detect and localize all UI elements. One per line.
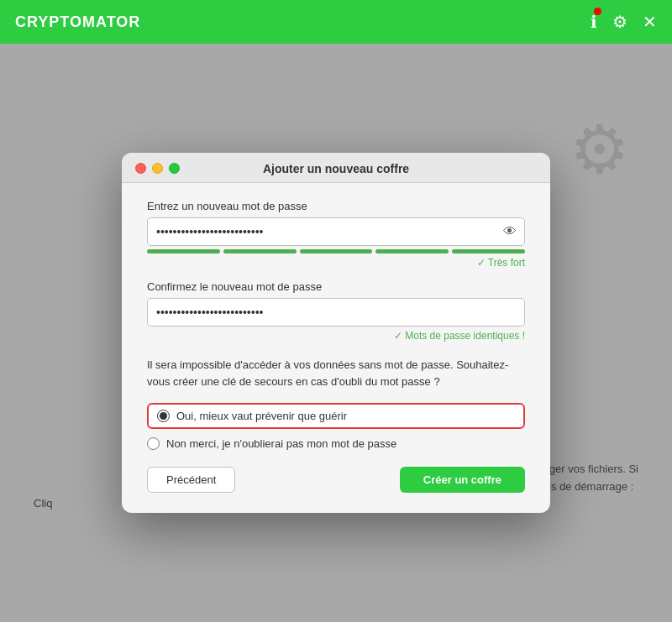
show-password-icon[interactable]: 👁 bbox=[503, 224, 517, 239]
strength-seg-3 bbox=[300, 249, 373, 254]
modal-body: Entrez un nouveau mot de passe 👁 ✓ Très … bbox=[122, 183, 550, 513]
radio-no-input[interactable] bbox=[147, 437, 160, 450]
modal-titlebar: Ajouter un nouveau coffre bbox=[122, 153, 550, 183]
strength-seg-1 bbox=[147, 249, 220, 254]
radio-yes-label: Oui, mieux vaut prévenir que guérir bbox=[176, 410, 347, 422]
confirm-label: Confirmez le nouveau mot de passe bbox=[147, 280, 525, 293]
radio-group: Oui, mieux vaut prévenir que guérir Non … bbox=[147, 403, 525, 450]
confirm-password-input[interactable] bbox=[147, 298, 525, 327]
strength-seg-5 bbox=[452, 249, 525, 254]
notification-badge bbox=[594, 8, 601, 15]
radio-yes-option[interactable]: Oui, mieux vaut prévenir que guérir bbox=[147, 403, 525, 429]
modal-dialog: Ajouter un nouveau coffre Entrez un nouv… bbox=[122, 153, 550, 513]
radio-no-option[interactable]: Non merci, je n'oublierai pas mon mot de… bbox=[147, 437, 525, 450]
radio-yes-input[interactable] bbox=[157, 410, 170, 422]
create-button[interactable]: Créer un coffre bbox=[400, 467, 525, 493]
traffic-light-green[interactable] bbox=[169, 163, 180, 174]
strength-bar bbox=[147, 249, 525, 254]
info-icon[interactable]: ℹ bbox=[591, 12, 597, 32]
modal-overlay: Ajouter un nouveau coffre Entrez un nouv… bbox=[0, 44, 672, 622]
app-logo: CRYPTOMATOR bbox=[15, 13, 140, 31]
strength-seg-4 bbox=[375, 249, 449, 254]
traffic-light-yellow[interactable] bbox=[152, 163, 163, 174]
password-label: Entrez un nouveau mot de passe bbox=[147, 200, 525, 212]
strength-seg-2 bbox=[223, 249, 297, 254]
gear-icon[interactable]: ⚙ bbox=[612, 12, 627, 32]
radio-no-label: Non merci, je n'oublierai pas mon mot de… bbox=[166, 437, 396, 450]
modal-buttons: Précédent Créer un coffre bbox=[147, 467, 525, 493]
titlebar-actions: ℹ ⚙ ✕ bbox=[591, 12, 657, 32]
close-icon[interactable]: ✕ bbox=[643, 12, 657, 32]
password-input[interactable] bbox=[147, 217, 525, 246]
info-paragraph: Il sera impossible d'accéder à vos donné… bbox=[147, 357, 525, 389]
confirm-input-wrapper bbox=[147, 298, 525, 327]
strength-label: ✓ Très fort bbox=[147, 257, 525, 269]
match-label: ✓ Mots de passe identiques ! bbox=[147, 330, 525, 342]
titlebar: CRYPTOMATOR ℹ ⚙ ✕ bbox=[0, 0, 672, 44]
password-input-wrapper: 👁 bbox=[147, 217, 525, 246]
back-button[interactable]: Précédent bbox=[147, 467, 235, 493]
modal-title: Ajouter un nouveau coffre bbox=[122, 162, 550, 175]
traffic-lights bbox=[135, 163, 180, 174]
traffic-light-red[interactable] bbox=[135, 163, 146, 174]
